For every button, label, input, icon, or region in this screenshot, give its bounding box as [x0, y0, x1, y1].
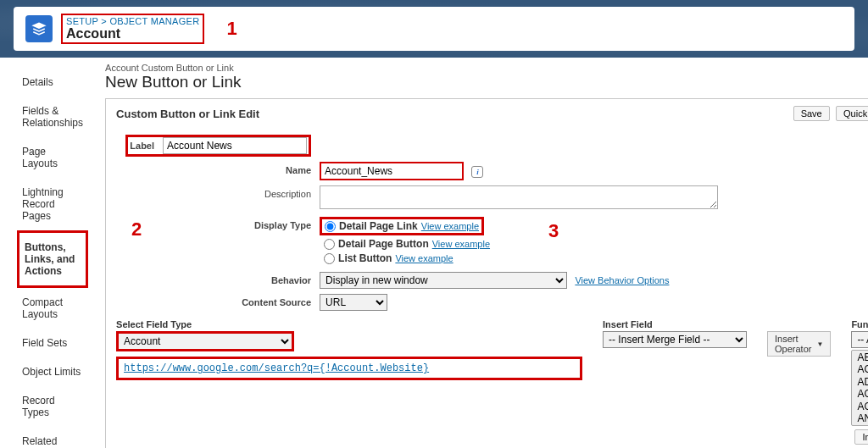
section-subtitle: Account Custom Button or Link — [105, 63, 868, 73]
view-example-link-3[interactable]: View example — [395, 253, 453, 263]
function-category-select[interactable]: -- All Function Categories -- — [851, 331, 868, 348]
behavior-label: Behavior — [116, 272, 320, 285]
quick-save-button[interactable]: Quick Save — [836, 106, 868, 121]
display-type-radio-list[interactable] — [324, 253, 335, 264]
sidebar: Details Fields & Relationships Page Layo… — [17, 63, 88, 448]
chevron-down-icon: ▼ — [816, 340, 823, 348]
sidebar-item-page-layouts[interactable]: Page Layouts — [17, 137, 88, 178]
sidebar-item-record-types[interactable]: Record Types — [17, 386, 88, 427]
insert-operator-button[interactable]: Insert Operator ▼ — [767, 331, 831, 357]
name-label: Name — [116, 162, 320, 175]
description-textarea[interactable] — [320, 185, 718, 209]
label-input[interactable] — [163, 137, 307, 154]
content-source-select[interactable]: URL — [320, 294, 387, 311]
display-type-radio-link[interactable] — [325, 221, 336, 232]
select-field-type[interactable]: Account — [116, 331, 294, 351]
function-option[interactable]: ACOS — [854, 363, 868, 375]
edit-panel: Custom Button or Link Edit Save Quick Sa… — [105, 98, 868, 448]
function-option[interactable]: AGEON — [854, 401, 868, 412]
content-source-label: Content Source — [116, 294, 320, 307]
sidebar-item-lightning-pages[interactable]: Lightning Record Pages — [17, 178, 88, 230]
display-type-label: Display Type — [116, 217, 320, 230]
view-behavior-options-link[interactable]: View Behavior Options — [575, 275, 669, 285]
display-type-link-label: Detail Page Link — [339, 220, 418, 232]
sidebar-item-field-sets[interactable]: Field Sets — [17, 329, 88, 357]
breadcrumb[interactable]: SETUP > OBJECT MANAGER — [66, 16, 199, 26]
description-label: Description — [116, 185, 320, 199]
insert-selected-function-button[interactable]: Insert Selected Function — [854, 429, 868, 445]
function-option[interactable]: ADDMONTHS — [854, 376, 868, 388]
name-input[interactable] — [320, 162, 464, 180]
sidebar-item-details[interactable]: Details — [17, 68, 88, 97]
behavior-select[interactable]: Display in new window — [320, 272, 567, 289]
annotation-1: 1 — [226, 18, 236, 40]
function-option[interactable]: ABS — [854, 351, 868, 363]
setup-icon — [25, 15, 53, 42]
insert-field-label: Insert Field — [603, 319, 747, 329]
info-icon[interactable]: i — [471, 166, 483, 178]
annotation-3: 3 — [548, 220, 559, 242]
select-field-type-label: Select Field Type — [116, 319, 582, 329]
functions-label: Functions — [851, 319, 868, 329]
function-option[interactable]: AND — [854, 412, 868, 424]
sidebar-item-fields[interactable]: Fields & Relationships — [17, 97, 88, 137]
view-example-link-2[interactable]: View example — [432, 239, 490, 249]
function-option[interactable]: AGE — [854, 388, 868, 400]
sidebar-item-object-limits[interactable]: Object Limits — [17, 357, 88, 386]
display-type-list-label: List Button — [338, 252, 392, 264]
sidebar-item-compact-layouts[interactable]: Compact Layouts — [17, 288, 88, 329]
insert-field-select[interactable]: -- Insert Merge Field -- — [603, 331, 747, 348]
display-type-button-label: Detail Page Button — [338, 238, 429, 250]
page-title: Account — [66, 26, 199, 41]
save-button[interactable]: Save — [793, 106, 830, 121]
section-title: New Button or Link — [105, 73, 868, 91]
label-label-text: Label — [130, 141, 163, 151]
sidebar-item-buttons-links-actions[interactable]: Buttons, Links, and Actions — [17, 230, 88, 288]
formula-textarea[interactable]: https://www.google.com/search?q={!Accoun… — [116, 357, 582, 380]
sidebar-item-related-lookup-filters[interactable]: Related Lookup Filters — [17, 427, 88, 448]
header-title-highlight: SETUP > OBJECT MANAGER Account — [61, 14, 204, 44]
function-list[interactable]: ABS ACOS ADDMONTHS AGE AGEON AND — [851, 350, 868, 426]
view-example-link-1[interactable]: View example — [421, 221, 479, 231]
panel-title: Custom Button or Link Edit — [116, 108, 259, 120]
display-type-radio-button[interactable] — [324, 239, 335, 250]
